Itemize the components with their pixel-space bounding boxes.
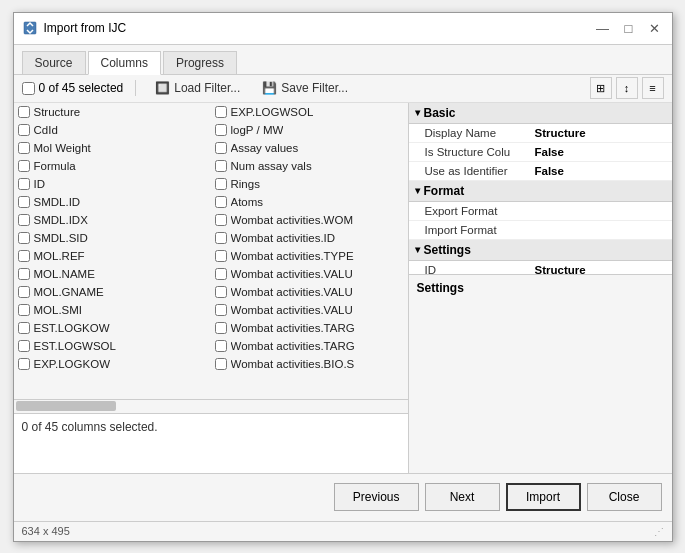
section-header[interactable]: ▾Basic: [409, 103, 672, 124]
column-checkbox[interactable]: [18, 178, 30, 190]
select-all-checkbox[interactable]: [22, 82, 35, 95]
property-label: Export Format: [425, 205, 535, 217]
next-button[interactable]: Next: [425, 483, 500, 511]
property-row: Display NameStructure: [409, 124, 672, 143]
column-checkbox[interactable]: [215, 214, 227, 226]
section-header[interactable]: ▾Settings: [409, 240, 672, 261]
column-checkbox[interactable]: [215, 232, 227, 244]
window-title: Import from IJC: [44, 21, 594, 35]
column-item: EXP.LOGWSOL: [211, 103, 408, 121]
column-label: EXP.LOGKOW: [34, 358, 110, 370]
property-value: Structure: [535, 127, 586, 139]
title-bar: Import from IJC — □ ✕: [14, 13, 672, 45]
column-label: Wombat activities.ID: [231, 232, 336, 244]
column-label: Wombat activities.TARG: [231, 322, 355, 334]
chevron-icon: ▾: [415, 185, 420, 196]
toolbar-separator-1: [135, 80, 136, 96]
status-area: 0 of 45 columns selected.: [14, 413, 408, 473]
column-checkbox[interactable]: [215, 304, 227, 316]
column-checkbox[interactable]: [215, 250, 227, 262]
column-checkbox[interactable]: [215, 268, 227, 280]
column-label: Wombat activities.BIO.S: [231, 358, 355, 370]
column-label: Assay values: [231, 142, 299, 154]
property-section: ▾BasicDisplay NameStructureIs Structure …: [409, 103, 672, 181]
column-item: Wombat activities.VALU: [211, 283, 408, 301]
property-label: Use as Identifier: [425, 165, 535, 177]
column-item: Rings: [211, 175, 408, 193]
close-button[interactable]: ✕: [646, 19, 664, 37]
maximize-button[interactable]: □: [620, 19, 638, 37]
column-checkbox[interactable]: [18, 106, 30, 118]
sort-icon[interactable]: ↕: [616, 77, 638, 99]
previous-button[interactable]: Previous: [334, 483, 419, 511]
column-item: MOL.REF: [14, 247, 211, 265]
property-label: ID: [425, 264, 535, 275]
tab-columns[interactable]: Columns: [88, 51, 161, 75]
section-header[interactable]: ▾Format: [409, 181, 672, 202]
columns-scroll[interactable]: StructureCdIdMol WeightFormulaIDSMDL.IDS…: [14, 103, 408, 399]
column-checkbox[interactable]: [215, 142, 227, 154]
column-checkbox[interactable]: [215, 160, 227, 172]
column-checkbox[interactable]: [18, 142, 30, 154]
column-item: Num assay vals: [211, 157, 408, 175]
tab-progress[interactable]: Progress: [163, 51, 237, 74]
column-item: MOL.SMI: [14, 301, 211, 319]
column-checkbox[interactable]: [18, 196, 30, 208]
save-filter-label: Save Filter...: [281, 81, 348, 95]
property-row: Use as IdentifierFalse: [409, 162, 672, 181]
column-label: SMDL.ID: [34, 196, 81, 208]
scrollbar-thumb: [16, 401, 116, 411]
right-panel: ▾BasicDisplay NameStructureIs Structure …: [409, 103, 672, 473]
column-item: Mol Weight: [14, 139, 211, 157]
load-filter-icon: 🔲: [155, 81, 170, 95]
column-label: MOL.NAME: [34, 268, 95, 280]
column-checkbox[interactable]: [18, 214, 30, 226]
column-item: SMDL.SID: [14, 229, 211, 247]
tab-source[interactable]: Source: [22, 51, 86, 74]
column-label: CdId: [34, 124, 58, 136]
save-filter-button[interactable]: 💾 Save Filter...: [255, 78, 355, 98]
column-label: MOL.SMI: [34, 304, 83, 316]
filter-icon[interactable]: ≡: [642, 77, 664, 99]
column-label: Structure: [34, 106, 81, 118]
column-checkbox[interactable]: [18, 286, 30, 298]
property-row: Import Format: [409, 221, 672, 240]
column-checkbox[interactable]: [18, 250, 30, 262]
minimize-button[interactable]: —: [594, 19, 612, 37]
save-filter-icon: 💾: [262, 81, 277, 95]
column-checkbox[interactable]: [215, 196, 227, 208]
column-item: Wombat activities.VALU: [211, 265, 408, 283]
column-checkbox[interactable]: [18, 232, 30, 244]
tab-bar: Source Columns Progress: [14, 45, 672, 75]
column-label: SMDL.IDX: [34, 214, 88, 226]
column-checkbox[interactable]: [18, 340, 30, 352]
property-label: Import Format: [425, 224, 535, 236]
column-checkbox[interactable]: [215, 124, 227, 136]
column-label: Wombat activities.VALU: [231, 268, 353, 280]
column-checkbox[interactable]: [18, 358, 30, 370]
column-label: Num assay vals: [231, 160, 312, 172]
column-checkbox[interactable]: [18, 268, 30, 280]
grid-view-icon[interactable]: ⊞: [590, 77, 612, 99]
column-label: Formula: [34, 160, 76, 172]
column-checkbox[interactable]: [215, 322, 227, 334]
column-checkbox[interactable]: [18, 124, 30, 136]
column-checkbox[interactable]: [215, 358, 227, 370]
column-checkbox[interactable]: [18, 160, 30, 172]
column-checkbox[interactable]: [18, 304, 30, 316]
import-button[interactable]: Import: [506, 483, 581, 511]
close-button-footer[interactable]: Close: [587, 483, 662, 511]
load-filter-label: Load Filter...: [174, 81, 240, 95]
column-checkbox[interactable]: [18, 322, 30, 334]
column-label: Wombat activities.TYPE: [231, 250, 354, 262]
column-checkbox[interactable]: [215, 106, 227, 118]
horizontal-scrollbar[interactable]: [14, 399, 408, 413]
column-group-left: StructureCdIdMol WeightFormulaIDSMDL.IDS…: [14, 103, 211, 373]
load-filter-button[interactable]: 🔲 Load Filter...: [148, 78, 247, 98]
column-checkbox[interactable]: [215, 286, 227, 298]
column-checkbox[interactable]: [215, 340, 227, 352]
column-label: SMDL.SID: [34, 232, 88, 244]
column-item: CdId: [14, 121, 211, 139]
column-checkbox[interactable]: [215, 178, 227, 190]
column-label: EXP.LOGWSOL: [231, 106, 314, 118]
